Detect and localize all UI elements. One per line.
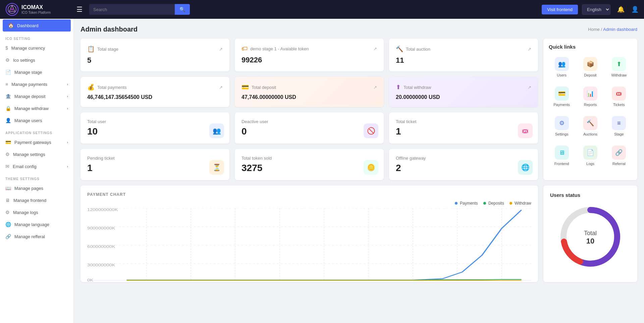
ql-deposit-label: Deposit (584, 73, 596, 77)
legend-payments: Payments (455, 201, 478, 206)
total-withdraw-arrow[interactable]: ↗ (528, 85, 531, 90)
sidebar-item-manage-language[interactable]: 🌐 Manage language (0, 218, 73, 230)
stat-total-auction: 🔨 Total auction ↗ 11 (389, 39, 538, 71)
total-auction-arrow[interactable]: ↗ (528, 47, 531, 52)
sidebar-item-manage-pages[interactable]: 📖 Manage pages (0, 182, 73, 194)
offline-gateway-thumb: 🌐 (518, 160, 533, 175)
ql-payments-icon: 💳 (555, 87, 569, 101)
ql-frontend-label: Frontend (554, 162, 569, 166)
total-deposit-arrow[interactable]: ↗ (373, 85, 377, 90)
sidebar-item-manage-frontend[interactable]: 🖥 Manage frontend (0, 194, 73, 206)
sidebar-stage-label: Manage stage (14, 70, 42, 75)
sidebar-section-app: APPLICATION SETTINGS (0, 126, 73, 136)
ql-frontend[interactable]: 🖥 Frontend (549, 142, 575, 169)
language-select[interactable]: English (582, 4, 610, 15)
total-payments-title: Total payments (97, 85, 126, 90)
ico-settings-icon: ⚙ (5, 57, 10, 63)
total-withdraw-icon: ⬆ (396, 84, 401, 91)
sidebar-item-manage-withdraw[interactable]: 🔒 Manage withdraw › (0, 102, 73, 114)
sidebar-item-manage-logs[interactable]: ⚙ Manage logs (0, 206, 73, 218)
total-stage-arrow[interactable]: ↗ (219, 47, 223, 52)
pages-icon: 📖 (5, 185, 11, 191)
svg-text:Total: Total (584, 230, 597, 236)
ql-payments-label: Payments (553, 103, 570, 107)
search-input[interactable] (89, 4, 175, 15)
stat-total-token-sold: Total token sold 3275 🪙 (235, 149, 384, 180)
navbar: ICOMAX ICO Token Platform ☰ 🔍 Visit fron… (0, 0, 644, 19)
ql-deposit[interactable]: 📦 Deposit (577, 54, 603, 80)
search-button[interactable]: 🔍 (175, 4, 190, 15)
total-auction-title: Total auction (406, 47, 430, 52)
ql-reports-label: Reports (584, 103, 597, 107)
ql-reports[interactable]: 📊 Reports (577, 83, 603, 110)
ql-auctions[interactable]: 🔨 Auctions (577, 113, 603, 140)
sidebar-refferal-label: Manage refferal (14, 234, 45, 239)
sidebar-item-manage-users[interactable]: 👤 Manage users (0, 114, 73, 126)
ql-payments[interactable]: 💳 Payments (549, 83, 575, 110)
total-payments-value: 46,746,147.35654500 USD (87, 94, 223, 100)
quick-links-grid: 👥 Users 📦 Deposit ⬆ Withdraw 💳 Payments (549, 54, 632, 169)
available-token-value: 99226 (241, 56, 377, 64)
total-stage-value: 5 (87, 56, 223, 65)
brand-logo-icon (5, 3, 19, 16)
sidebar-item-manage-deposit[interactable]: 🏦 Manage deposit › (0, 90, 73, 102)
sidebar-item-manage-payments[interactable]: ≡ Manage payments › (0, 78, 73, 90)
sidebar-frontend-label: Manage frontend (13, 198, 46, 203)
pending-ticket-value: 1 (87, 163, 223, 173)
sidebar-item-email-config[interactable]: ✉ Email config › (0, 160, 73, 172)
available-token-arrow[interactable]: ↗ (373, 46, 377, 51)
total-user-thumb: 👥 (209, 123, 224, 138)
sidebar-item-manage-stage[interactable]: 📄 Manage stage (0, 66, 73, 78)
total-token-sold-value: 3275 (241, 163, 377, 173)
notifications-icon[interactable]: 🔔 (617, 6, 625, 13)
ql-users[interactable]: 👥 Users (549, 54, 575, 80)
ql-stage[interactable]: ≡ Stage (606, 113, 632, 140)
sidebar-item-manage-settings[interactable]: ⚙ Manage settings (0, 148, 73, 160)
deposit-arrow-icon: › (67, 94, 68, 98)
ql-referral-label: Referral (612, 162, 626, 166)
ql-withdraw[interactable]: ⬆ Withdraw (606, 54, 632, 80)
logs-icon: ⚙ (5, 210, 10, 215)
total-ticket-value: 1 (396, 126, 531, 137)
pending-ticket-thumb: ⏳ (209, 160, 224, 175)
sidebar-item-manage-refferal[interactable]: 🔗 Manage refferal (0, 230, 73, 243)
total-ticket-title: Total ticket (396, 119, 531, 124)
svg-point-3 (11, 8, 13, 10)
deactive-user-thumb: 🚫 (364, 123, 378, 138)
ql-referral[interactable]: 🔗 Referral (606, 142, 632, 169)
sidebar-settings-label: Manage settings (13, 152, 45, 157)
sidebar-item-ico-settings[interactable]: ⚙ Ico settings (0, 54, 73, 66)
user-profile-icon[interactable]: 👤 (631, 6, 639, 13)
svg-text:900000000K: 900000000K (87, 226, 115, 230)
hamburger-icon[interactable]: ☰ (76, 5, 83, 13)
payments-icon: ≡ (5, 82, 8, 87)
stat-pending-ticket: Pending ticket 1 ⏳ (80, 149, 229, 180)
stat-total-deposit: 💳 Total deposit ↗ 47,746.00000000 USD (235, 77, 384, 107)
sidebar-item-dashboard[interactable]: 🏠 Dashboard (3, 19, 71, 32)
ql-tickets[interactable]: 🎟 Tickets (606, 83, 632, 110)
users-status-title: Users status (550, 192, 631, 198)
sidebar-item-manage-currency[interactable]: $ Manage currency (0, 42, 73, 54)
deactive-user-title: Deactive user (241, 119, 377, 124)
svg-text:0K: 0K (87, 278, 94, 282)
main-container: 🏠 Dashboard ICO SETTING $ Manage currenc… (0, 19, 644, 323)
ql-settings[interactable]: ⚙ Settings (549, 113, 575, 140)
ql-stage-label: Stage (614, 132, 624, 136)
ql-users-label: Users (557, 73, 567, 77)
ql-reports-icon: 📊 (583, 87, 597, 101)
ql-stage-icon: ≡ (612, 116, 626, 130)
stat-total-withdraw: ⬆ Total withdraw ↗ 20.00000000 USD (389, 77, 538, 107)
ql-settings-icon: ⚙ (555, 116, 569, 130)
chart-legend: Payments Deposits Withdraw (87, 201, 531, 206)
sidebar-item-payment-gateways[interactable]: 💳 Payment gateways › (0, 136, 73, 148)
brand-sub: ICO Token Platform (21, 11, 51, 15)
ql-logs[interactable]: 📄 Logs (577, 142, 603, 169)
email-arrow-icon: › (67, 164, 68, 168)
stat-available-token: 🏷 demo stage 1 - Avaiable token ↗ 99226 (235, 39, 384, 71)
breadcrumb-home[interactable]: Home (588, 27, 600, 32)
svg-text:1200000000K: 1200000000K (87, 208, 118, 212)
sidebar-dashboard-label: Dashboard (17, 23, 39, 28)
visit-frontend-button[interactable]: Visit frontend (542, 5, 578, 14)
ql-settings-label: Settings (555, 132, 569, 136)
total-payments-arrow[interactable]: ↗ (219, 85, 223, 90)
